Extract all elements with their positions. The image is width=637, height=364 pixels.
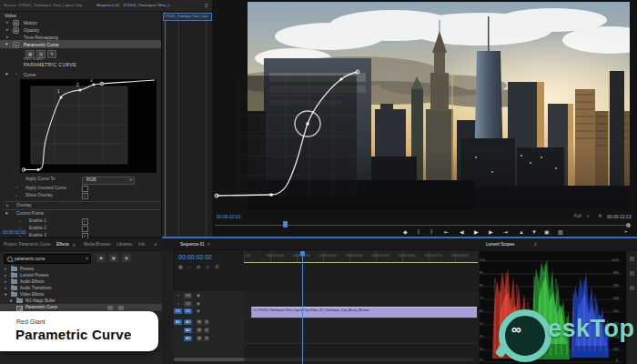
filter-32bit-button[interactable]: ▣ [109, 254, 118, 262]
tab-info[interactable]: Info [138, 242, 146, 247]
monitor-playhead[interactable] [283, 221, 288, 228]
tree-item-audio-effects[interactable]: ▸ Audio Effects [0, 278, 162, 285]
zoom-level-dropdown[interactable]: Full [574, 215, 581, 219]
tab-lumetri-scopes[interactable]: Lumetri Scopes [486, 242, 514, 247]
curve-control-point[interactable] [339, 77, 342, 80]
play-button[interactable]: ▶ [474, 229, 479, 235]
tree-item-audio-transitions[interactable]: ▸ Audio Transitions [0, 285, 162, 291]
toggle-output-icon[interactable]: ◉ [197, 294, 200, 298]
step-back-button[interactable]: ◀ [460, 229, 464, 235]
track-v3-badge[interactable]: V3 [184, 293, 192, 298]
chevron-right-icon[interactable]: ▸ [5, 279, 6, 284]
chevron-right-icon[interactable]: ▸ [6, 27, 9, 32]
lock-icon[interactable]: ▪ [177, 294, 179, 298]
add-marker-button[interactable]: ◆ [403, 229, 408, 235]
motion-row[interactable]: ▸ fx Motion [0, 19, 160, 26]
chevron-right-icon[interactable]: ▸ [5, 267, 6, 271]
source-patch-a1[interactable]: A1 [174, 319, 182, 325]
scope-option-icon[interactable] [630, 271, 634, 276]
lift-button[interactable]: ▲ [519, 229, 524, 235]
chevron-down-icon[interactable]: ▾ [10, 298, 12, 303]
scope-option-icon[interactable] [630, 257, 634, 261]
timeline-scrollbar-thumb[interactable] [174, 358, 245, 361]
chevron-down-icon[interactable]: ▾ [5, 211, 8, 216]
tree-item-video-effects[interactable]: ▾ Video Effects [0, 291, 162, 298]
export-frame-button[interactable]: ▣ [544, 229, 550, 235]
filter-accelerated-button[interactable]: ◆ [96, 254, 106, 262]
track-a2-badge[interactable]: A2 [184, 328, 192, 333]
solo-a3-button[interactable]: S [204, 336, 209, 341]
settings-wrench-icon[interactable]: ⚙ [598, 214, 602, 218]
search-clear-icon[interactable]: × [86, 257, 88, 261]
extract-button[interactable]: ▼ [531, 229, 537, 235]
timeline-scrollbar[interactable] [174, 358, 474, 361]
curve-editor[interactable]: 1 2 3 [20, 79, 157, 173]
tab-effects[interactable]: Effects [56, 242, 69, 247]
chevron-right-icon[interactable]: ▸ [6, 203, 9, 207]
linked-selection-icon[interactable]: ⇄ [197, 265, 200, 269]
enable-2-checkbox[interactable] [82, 226, 88, 232]
apply-curve-to-dropdown[interactable]: RGB ▾ [82, 177, 135, 185]
tree-item-presets[interactable]: ▸ Presets [0, 266, 162, 272]
curve-control-point[interactable] [307, 123, 309, 126]
tab-close-icon[interactable]: × [207, 241, 210, 247]
monitor-scrubber[interactable] [215, 225, 630, 226]
mute-a3-button[interactable]: M [197, 336, 202, 341]
fx-icon[interactable]: fx [13, 20, 19, 26]
toggle-output-icon[interactable]: ◉ [197, 309, 200, 314]
opacity-row[interactable]: ▸ fx Opacity [0, 26, 160, 34]
clip-chip[interactable]: 171001_Timelapse Time_Laps [163, 13, 212, 21]
chevron-down-icon[interactable]: ▾ [5, 42, 8, 46]
stopwatch-icon[interactable]: ◔ [15, 186, 17, 190]
mark-out-button[interactable]: } [430, 228, 432, 234]
timeline-timecode[interactable]: 00:00:02:02 [178, 254, 212, 260]
panel-menu-icon[interactable]: ≡ [534, 241, 537, 247]
mini-timeline-playhead[interactable] [165, 12, 166, 237]
timeline-clip[interactable]: fx 171001_Timelapse Time_Lapse City Vide… [251, 307, 477, 318]
work-area-bar[interactable] [244, 262, 478, 264]
chevron-down-icon[interactable]: ▾ [5, 72, 8, 76]
show-overlay-checkbox[interactable]: ✓ [82, 193, 88, 199]
timeline-ruler[interactable]: :00 00:00:01:00 00:00:02:00 00:00:03:00 … [244, 251, 478, 262]
enable-1-checkbox[interactable]: ✓ [82, 218, 88, 225]
stopwatch-icon[interactable]: ◔ [15, 194, 17, 198]
lock-icon[interactable]: ▪ [177, 302, 179, 307]
curve-control-point[interactable] [270, 194, 273, 197]
tree-item-parametric-curve[interactable]: Parametric Curve [0, 304, 162, 311]
tree-item-rg-magic-bullet[interactable]: ▾ RG Magic Bullet [0, 298, 162, 304]
edit-pencil-icon[interactable]: ✎ [47, 50, 56, 58]
sequence-clip-label[interactable]: Sequence 01 · 171001_Timelapse Time_L... [96, 4, 173, 7]
comparison-view-button[interactable]: ▥ [558, 229, 563, 235]
solo-a2-button[interactable]: S [204, 328, 209, 333]
step-forward-button[interactable]: ▶ [489, 229, 493, 235]
filter-yuv-button[interactable]: ◉ [122, 254, 131, 262]
track-a1-badge[interactable]: A1 [184, 319, 192, 325]
scope-option-icon[interactable] [630, 286, 634, 290]
tab-project[interactable]: Project: Parametric Curve [4, 242, 51, 247]
mark-in-button[interactable]: { [418, 228, 420, 234]
snap-icon[interactable]: ∩ [187, 265, 191, 269]
source-patch-v1[interactable]: V1 [174, 308, 182, 314]
chevron-right-icon[interactable]: ▸ [5, 286, 6, 290]
panel-menu-icon[interactable]: ≡ [73, 242, 76, 248]
tab-overflow-icon[interactable]: ▸ [155, 242, 157, 247]
tab-libraries[interactable]: Libraries [116, 242, 132, 247]
go-to-out-button[interactable]: ⇥ [503, 229, 508, 235]
effect-controls-timecode[interactable]: 00:00:02:02 [3, 231, 25, 236]
timeline-playhead[interactable] [302, 251, 303, 364]
track-a3-badge[interactable]: A3 [184, 336, 192, 341]
apply-inverted-checkbox[interactable] [82, 186, 88, 192]
go-to-in-button[interactable]: ⇤ [444, 229, 449, 235]
effects-search-input[interactable]: parametric curve × [4, 254, 91, 264]
insert-overwrite-icon[interactable]: ▦ [178, 265, 183, 269]
source-clip-label[interactable]: Source: 171001_Timelapse Time_Lapse City… [4, 4, 85, 7]
stopwatch-icon[interactable]: ◔ [15, 72, 17, 76]
tree-item-lumetri-presets[interactable]: ▸ Lumetri Presets [0, 272, 162, 278]
mute-a1-button[interactable]: M [197, 319, 202, 325]
panel-menu-icon[interactable]: ≡ [205, 3, 208, 8]
effect-controls-mini-timeline[interactable]: 171001_Timelapse Time_Laps [161, 12, 213, 237]
toggle-output-icon[interactable]: ◉ [197, 302, 200, 307]
curve-editor-canvas[interactable]: 1 2 3 [20, 79, 157, 173]
overlay-section-label[interactable]: Overlay [16, 204, 32, 208]
zoom-dropdown-icon[interactable]: ▾ [587, 215, 589, 219]
